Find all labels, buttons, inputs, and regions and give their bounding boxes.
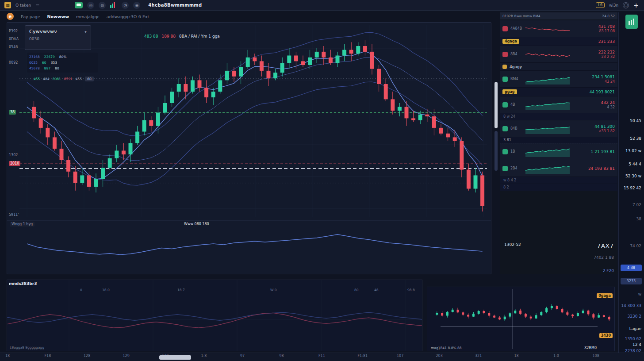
tab-now[interactable]: Nowwww xyxy=(47,14,69,19)
mini-chart-footer-right: X2RM0 xyxy=(584,346,597,350)
trading-app: ▦ O taken ≡ ◎ ◍ ◔ ◉ 4hcba8Bwmmmmmd L6 wi… xyxy=(0,0,644,361)
asset-icon xyxy=(502,149,508,154)
price-column-button[interactable]: 3233 xyxy=(621,278,642,284)
watchlist-row[interactable]: BM4234 1 508143 24 xyxy=(500,71,617,88)
row-prices: 44 81 300a33 1 82 xyxy=(594,124,615,133)
price-column-value: 1350 62 xyxy=(625,337,641,341)
vertical-scrollbar-track[interactable] xyxy=(494,131,498,171)
watchlist-row[interactable]: 84B44 81 300a33 1 82 xyxy=(500,120,617,137)
watchlist-panel: 0192B 8ww mmw BM4 24 0 52 4A84B431 70883… xyxy=(500,12,617,274)
time-axis-label: 129 xyxy=(123,354,130,358)
watchlist-row[interactable]: 8 2 xyxy=(500,184,617,191)
time-axis-label: 18 xyxy=(5,354,10,358)
legend-stats-row: 231682267980% xyxy=(29,54,96,60)
indicator-ticks: 018 018 7W 0804898 8 xyxy=(7,288,422,292)
indicator-panel[interactable]: mnds383br3 018 018 7W 0804898 8 LBagga8 … xyxy=(7,280,422,351)
watchlist-row[interactable]: w 8 4 2 xyxy=(500,177,617,184)
asset-icon xyxy=(502,102,508,108)
time-axis-label: 97 xyxy=(240,354,245,358)
watchlist-row[interactable]: 4gaga231 233 xyxy=(500,37,617,46)
watchlist-row[interactable]: 4gagy xyxy=(500,63,617,71)
price-axis-label: 1302- xyxy=(9,153,19,157)
price-axis-label: 0092 xyxy=(9,61,18,65)
world-icon[interactable]: ◉ xyxy=(133,2,140,9)
price-column-value: Lagae xyxy=(629,326,641,331)
sparkline-chart xyxy=(525,163,570,174)
row-prices: 234 1 508143 24 xyxy=(592,75,615,84)
watchlist-rows: 4A84B431 70883 17 084gaga231 2338B4232 2… xyxy=(500,20,617,191)
indicator-tick-label: 48 xyxy=(374,288,379,292)
chart-region[interactable]: P3920DAA05460092381302-30105911' Cywvwvw… xyxy=(7,22,491,274)
time-axis: 18F181281291301:89798F11F1:8110720332118… xyxy=(0,353,644,361)
horizontal-scrollbar[interactable] xyxy=(159,355,191,360)
watchlist-row[interactable]: 8 w 24 xyxy=(500,113,617,120)
account-icon[interactable]: ◯ xyxy=(623,2,629,8)
indicator-tick-label: 0 xyxy=(80,288,82,292)
symbol-name: Cywvwvwv xyxy=(29,29,57,35)
app-icon[interactable]: ▦ xyxy=(4,2,11,8)
chevron-down-icon: ▾ xyxy=(84,30,87,34)
legend-stats-row: 002560353 xyxy=(29,60,96,65)
time-axis-label: F11 xyxy=(318,354,325,358)
row-prices: 432 244 32 xyxy=(601,100,615,109)
candles-layer xyxy=(32,40,484,211)
time-axis-label: 108 xyxy=(593,354,599,358)
subpanel-value-label: Www 080 180 xyxy=(184,222,209,226)
watchlist-row[interactable]: 1B1 21 193 81 xyxy=(500,143,617,160)
time-axis-label: 98 xyxy=(280,354,284,358)
watchlist-header-left: 0192B 8ww mmw BM4 xyxy=(502,14,540,18)
chat-icon[interactable] xyxy=(75,2,83,8)
compass-icon[interactable]: ◔ xyxy=(122,2,129,9)
mini-chart-panel[interactable]: 0gaga 3430 mag}B41 8.8% 88 X2RM0 xyxy=(427,287,615,351)
row-prices: 431 70883 17 08 xyxy=(598,24,615,33)
symbol-selector[interactable]: Cywvwvwv ▾ 0030 xyxy=(25,25,91,50)
time-axis-label: 1:8 xyxy=(201,354,207,358)
chart-title-gain: 483 88 xyxy=(144,34,158,38)
price-column-value: 50 45 xyxy=(630,119,641,123)
price-axis-label: 0546 xyxy=(9,45,18,49)
mini-chart-badge-bottom: 3430 xyxy=(599,333,613,338)
indicator-tick-label: 18 7 xyxy=(177,288,185,292)
asset-icon xyxy=(502,166,508,171)
asset-chart-icon[interactable] xyxy=(625,15,638,29)
price-column-value: 14 300 33 xyxy=(621,303,641,308)
filter-icon[interactable]: ≡ xyxy=(35,2,39,8)
watchlist-row[interactable]: 2B424 193 83 81 xyxy=(500,160,617,177)
globe-icon[interactable]: ◍ xyxy=(99,2,106,9)
watchlist-row[interactable]: ggag44 193 8021 xyxy=(500,88,617,96)
tab-majors[interactable]: mmajalgqc xyxy=(76,14,100,19)
price-column-value: 13 02 w xyxy=(625,149,641,153)
time-axis-label: 107 xyxy=(397,354,403,358)
vertical-scrollbar[interactable] xyxy=(494,82,498,128)
watchlist-row[interactable]: 4B432 244 32 xyxy=(500,96,617,113)
bar-chart-icon[interactable] xyxy=(110,2,117,8)
price-axis-label: 38 xyxy=(9,110,16,115)
camera-icon[interactable]: ◎ xyxy=(87,2,94,9)
exchange-logo-icon[interactable]: e xyxy=(7,13,14,20)
watchlist-row[interactable]: 4A84B431 70883 17 08 xyxy=(500,20,617,37)
time-axis-label: F18 xyxy=(45,354,51,358)
subpanel-label: Wngg 1 hyg xyxy=(10,222,34,227)
topbar: ▦ O taken ≡ ◎ ◍ ◔ ◉ 4hcba8Bwmmmmmd L6 wi… xyxy=(0,0,644,11)
tab-extended[interactable]: addwaqgqc3O-6 Ext xyxy=(107,14,149,19)
mini-chart-svg[interactable] xyxy=(427,287,614,351)
row-prices: 1 21 193 81 xyxy=(591,150,615,154)
add-button[interactable]: + xyxy=(633,2,639,9)
watchlist-row[interactable]: 3 81 xyxy=(500,137,617,143)
chart-title-loss: 189 88 xyxy=(162,34,176,38)
price-column-button[interactable]: 4 38 xyxy=(621,265,642,271)
time-axis-label: 18 xyxy=(514,354,519,358)
indicator-tick-label: W 0 xyxy=(270,288,277,292)
topbar-right-label: wi3n xyxy=(609,3,618,8)
topbar-left-label: O taken xyxy=(15,3,31,8)
watchlist-row[interactable]: 8B4232 23223 2 32 xyxy=(500,46,617,63)
watchlist-footer-row: 7402 1 88 xyxy=(504,255,614,260)
price-column-value: 74 02 xyxy=(630,244,641,248)
time-axis-label: 128 xyxy=(84,354,90,358)
indicator-title: mnds383br3 xyxy=(9,281,37,286)
price-axis-label: P392 xyxy=(9,29,18,33)
price-axis-label: 0DAA xyxy=(9,37,19,41)
badge-icon[interactable]: L6 xyxy=(596,2,605,8)
indicator-footer: LBagga8 8gggggagg xyxy=(10,346,44,349)
tab-pay-page[interactable]: Pay page xyxy=(21,14,40,19)
